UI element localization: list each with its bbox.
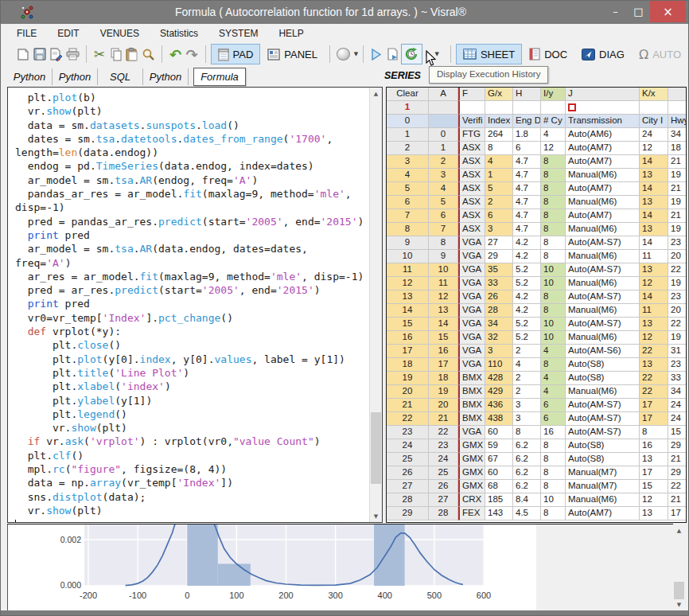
table-cell[interactable]: 3 [429, 169, 458, 182]
table-cell[interactable]: VGA [458, 426, 485, 439]
table-cell[interactable]: 12 [429, 290, 458, 304]
table-cell[interactable]: 23 [429, 439, 458, 453]
table-cell[interactable]: 22 [429, 426, 458, 439]
save-button[interactable] [32, 45, 49, 64]
table-cell[interactable]: 15 [387, 318, 429, 331]
table-cell[interactable]: Manual(M6) [566, 277, 640, 290]
table-cell[interactable]: 8 [541, 155, 566, 169]
table-cell[interactable]: 19 [668, 196, 686, 209]
menu-item-system[interactable]: SYSTEM [219, 28, 258, 39]
column-header-A[interactable]: A [429, 88, 458, 101]
table-cell[interactable]: 21 [429, 412, 458, 426]
table-cell[interactable]: 21 [668, 155, 686, 169]
table-cell[interactable]: 23 [387, 426, 429, 439]
cut-button[interactable]: ✂ [91, 45, 108, 64]
table-cell[interactable]: 17 [640, 466, 668, 480]
table-cell[interactable]: 60 [485, 426, 513, 439]
table-cell[interactable]: 13 [640, 263, 668, 277]
table-cell[interactable]: Manual(M6) [566, 196, 640, 209]
table-cell[interactable]: 32 [485, 331, 513, 345]
table-cell[interactable]: Auto(AM-S7) [566, 236, 640, 250]
table-cell[interactable]: 29 [387, 507, 429, 520]
table-cell[interactable]: VGA [458, 345, 485, 358]
table-cell[interactable]: 18 [429, 372, 458, 385]
table-cell[interactable]: 35 [485, 263, 513, 277]
table-cell[interactable]: 4.7 [513, 182, 541, 196]
table-cell[interactable]: Auto(S8) [566, 453, 640, 466]
table-cell[interactable]: 21 [668, 493, 686, 507]
column-header-I/y[interactable]: I/y [541, 88, 566, 101]
table-cell[interactable]: 2 [513, 345, 541, 358]
table-cell[interactable]: 12 [640, 142, 668, 155]
table-cell[interactable]: 31 [668, 345, 686, 358]
table-cell[interactable]: 33 [668, 372, 686, 385]
table-cell[interactable]: 13 [640, 223, 668, 236]
table-cell[interactable]: 14 [429, 318, 458, 331]
table-cell[interactable]: ASX [458, 209, 485, 223]
table-cell[interactable]: 4.7 [513, 155, 541, 169]
table-cell[interactable]: Eng D [513, 115, 541, 128]
table-cell[interactable]: 26 [387, 466, 429, 480]
print-button[interactable] [64, 45, 81, 64]
table-cell[interactable]: Auto(AM7) [566, 155, 640, 169]
column-header-Clear[interactable]: Clear [387, 88, 429, 101]
table-cell[interactable] [541, 101, 566, 115]
table-cell[interactable]: FEX [458, 507, 485, 520]
table-cell[interactable]: VGA [458, 250, 485, 263]
table-cell[interactable]: 143 [485, 507, 513, 520]
table-cell[interactable]: 6.2 [513, 466, 541, 480]
table-cell[interactable]: Auto(S8) [566, 439, 640, 453]
table-cell[interactable]: Auto(AM-S7) [566, 290, 640, 304]
table-cell[interactable]: BMX [458, 399, 485, 412]
table-cell[interactable]: Auto(S8) [566, 372, 640, 385]
table-cell[interactable]: VGA [458, 318, 485, 331]
table-cell[interactable]: 6 [541, 399, 566, 412]
copy-button[interactable] [107, 45, 124, 64]
table-cell[interactable]: 27 [387, 480, 429, 493]
column-header-F[interactable]: F [458, 88, 485, 101]
table-cell[interactable]: 68 [485, 480, 513, 493]
table-cell[interactable]: 1 [387, 128, 429, 142]
table-cell[interactable]: 14 [640, 209, 668, 223]
table-cell[interactable]: 8 [541, 236, 566, 250]
table-cell[interactable]: 10 [429, 263, 458, 277]
minimize-button[interactable]: – [604, 1, 627, 22]
table-cell[interactable]: 8 [541, 250, 566, 263]
table-cell[interactable]: 19 [668, 331, 686, 345]
table-cell[interactable]: 33 [485, 277, 513, 290]
table-cell[interactable]: 8.4 [513, 493, 541, 507]
table-cell[interactable]: Manual(M6) [566, 169, 640, 182]
table-cell[interactable]: 4.7 [513, 196, 541, 209]
table-cell[interactable]: 8 [541, 466, 566, 480]
table-cell[interactable]: 19 [668, 277, 686, 290]
table-cell[interactable]: 185 [485, 493, 513, 507]
table-cell[interactable]: 27 [429, 493, 458, 507]
table-cell[interactable]: 21 [668, 182, 686, 196]
column-header-J[interactable]: J [566, 88, 640, 101]
table-cell[interactable]: Auto(AM-S7) [566, 412, 640, 426]
table-cell[interactable]: Auto(AM7) [566, 209, 640, 223]
menu-item-help[interactable]: HELP [278, 28, 303, 39]
table-cell[interactable]: 10 [541, 493, 566, 507]
table-cell[interactable]: 6 [513, 142, 541, 155]
table-cell[interactable]: Manual(M6) [566, 304, 640, 318]
table-cell[interactable]: 17 [429, 358, 458, 372]
table-cell[interactable]: Auto(AM7) [566, 142, 640, 155]
table-cell[interactable] [429, 101, 458, 115]
table-cell[interactable]: 1 [485, 169, 513, 182]
new-file-button[interactable] [15, 45, 32, 64]
table-cell[interactable]: BMX [458, 385, 485, 399]
table-cell[interactable]: ASX [458, 142, 485, 155]
table-cell[interactable]: 22 [640, 385, 668, 399]
table-cell[interactable]: 11 [429, 277, 458, 290]
shape-dropdown-arrow[interactable]: ▼ [354, 51, 358, 57]
table-cell[interactable]: ASX [458, 155, 485, 169]
table-cell[interactable]: 8 [387, 223, 429, 236]
table-cell[interactable]: Auto(AM-S7) [566, 426, 640, 439]
table-cell[interactable]: 10 [387, 250, 429, 263]
table-cell[interactable]: 8 [541, 304, 566, 318]
table-cell[interactable]: 14 [640, 236, 668, 250]
table-cell[interactable]: 12 [640, 331, 668, 345]
table-cell[interactable]: 24 [429, 453, 458, 466]
tab-python-3[interactable]: Python [143, 68, 189, 85]
